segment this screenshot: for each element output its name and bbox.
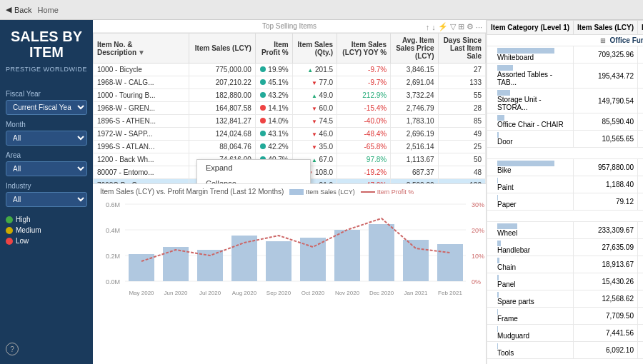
cell-avg-price: 2,516.14 [391,141,438,153]
funnel-icon[interactable]: ▽ [450,22,456,31]
right-col2[interactable]: Item Sales (LCY) [574,21,638,35]
item-sales: 7,709.50 [574,308,638,325]
list-item[interactable]: Paper 79.12 20.5% [487,193,644,211]
svg-text:Sep 2020: Sep 2020 [266,290,291,296]
item-name: Paint [487,176,574,193]
category-header[interactable]: ⊞ Retail [487,148,644,159]
item-sales: 18,913.67 [574,256,638,273]
chart-legend-sales: Item Sales (LCY) [289,188,355,196]
table-row[interactable]: 1968-W - CALG... 207,210.22 45.1% ▼ 77.0… [94,76,486,89]
item-profit: 31.9% [637,89,643,113]
svg-text:0.4M: 0.4M [106,227,120,234]
list-item[interactable]: Mudguard 7,441.56 24.6% [487,325,644,342]
list-item[interactable]: Door 10,565.65 5.1% [487,131,644,148]
svg-text:30%: 30% [472,201,484,208]
item-profit: 24.4% [637,159,643,176]
list-item[interactable]: Assorted Tables - TAB... 195,434.72 16.8… [487,64,644,89]
list-item[interactable]: Spare parts 12,568.62 8.5% [487,290,644,308]
table-row[interactable]: 1968-W - GREN... 164,807.58 14.1% ▼ 60.0… [94,102,486,115]
cell-qty: ▼ 77.0 [292,76,337,89]
list-item[interactable]: Paint 1,188.40 16.3% [487,176,644,193]
table-row[interactable]: 1000 - Bicycle 775,000.00 19.9% ▲ 201.5 … [94,64,486,76]
table-row[interactable]: 1972-W - SAPP... 124,024.68 43.1% ▼ 46.0… [94,128,486,141]
svg-text:Dec 2020: Dec 2020 [369,290,394,296]
chart-svg: 0.6M 0.4M 0.2M 0.0M 30% 20% 10% 0% [100,198,486,305]
copy-icon[interactable]: ⊞ [458,22,464,31]
back-button[interactable]: ◀ Back [6,5,31,14]
list-item[interactable]: Tools 6,092.10 0.7% [487,342,644,359]
list-item[interactable]: Storage Unit - STORA... 149,790.54 31.9% [487,89,644,113]
item-sales: 195,434.72 [574,64,638,89]
item-profit: 0.7% [637,342,643,359]
cell-yoy: -9.7% [337,64,391,76]
category-header[interactable]: ⊞ Hardware [487,359,644,365]
cell-days: 85 [438,115,485,128]
col-yoy[interactable]: Item Sales(LCY) YOY % [337,34,391,64]
month-select[interactable]: All [6,131,87,146]
item-name: Spare parts [487,290,574,308]
svg-text:0.0M: 0.0M [106,278,120,285]
more-icon[interactable]: ··· [476,23,482,31]
industry-select[interactable]: All [6,192,87,207]
cell-avg-price: 2,746.79 [391,102,438,115]
area-select[interactable]: All [6,161,87,176]
cell-profit: 45.1% [255,76,292,89]
fiscal-year-select[interactable]: Current Fiscal Year [6,100,87,115]
col-item[interactable]: Item No. &Description▼ [94,34,189,64]
item-name: Storage Unit - STORA... [487,89,574,113]
table-row[interactable]: 1000 - Touring B... 182,880.00 43.2% ▲ 4… [94,89,486,102]
list-item[interactable]: Bike 957,880.00 24.4% [487,159,644,176]
cell-days: 133 [438,76,485,89]
legend-low: Low [6,237,87,245]
category-header[interactable]: ⊞ Office Furniture - FU... [487,35,644,46]
item-sales: 233,309.67 [574,222,638,239]
cell-days: 28 [438,102,485,115]
cell-yoy: -15.4% [337,102,391,115]
cell-avg-price: 1,783.10 [391,115,438,128]
svg-text:Aug 2020: Aug 2020 [232,290,257,296]
list-item[interactable]: Wheel 233,309.67 26.8% [487,222,644,239]
home-link[interactable]: Home [37,6,58,14]
category-header[interactable]: ⊞ Parts [487,211,644,222]
chart-legend-profit: Item Profit % [361,188,414,196]
item-name: Paper [487,193,574,211]
item-sales: 15,430.26 [574,273,638,290]
cell-qty: ▼ 46.0 [292,128,337,141]
cell-yoy: -9.7% [337,76,391,89]
sort-asc-icon[interactable]: ↑ [426,23,430,31]
settings-icon[interactable]: ⚙ [467,22,474,31]
item-profit: 8.4% [637,113,643,131]
menu-collapse[interactable]: Collapse [197,176,310,184]
col-avg-price[interactable]: Avg. ItemSales Price(LCY) [391,34,438,64]
filter-icon[interactable]: ⚡ [438,22,448,31]
cell-avg-price: 687.37 [391,166,438,179]
menu-expand[interactable]: Expand [197,160,310,176]
col-days[interactable]: Days SinceLast ItemSale [438,34,485,64]
table-row[interactable]: 1896-S - ATHEN... 132,841.27 14.0% ▼ 74.… [94,115,486,128]
col-qty[interactable]: Item Sales(Qty.) [292,34,337,64]
back-arrow-icon: ◀ [6,5,11,14]
list-item[interactable]: Panel 15,430.26 36.8% [487,273,644,290]
list-item[interactable]: Office Chair - CHAIR 85,590.40 8.4% [487,113,644,131]
item-name: Chain [487,256,574,273]
col-sales[interactable]: Item Sales (LCY) [189,34,256,64]
col-profit[interactable]: ItemProfit % [255,34,292,64]
right-col1[interactable]: Item Category (Level 1) [487,21,574,35]
help-icon[interactable]: ? [6,343,19,355]
table-row[interactable]: 1996-S - ATLAN... 88,064.76 42.2% ▼ 35.0… [94,141,486,153]
sidebar: SALES BY ITEM PRESTIGE WORLDWIDE Fiscal … [0,20,93,364]
item-profit: 36.2% [637,46,643,64]
list-item[interactable]: Whiteboard 709,325.96 36.2% [487,46,644,64]
fiscal-year-label: Fiscal Year [6,90,87,98]
sort-desc-icon[interactable]: ↓ [432,23,436,31]
context-menu: Expand Collapse Drill down Show as a tab… [196,159,311,184]
high-dot [6,216,13,223]
list-item[interactable]: Chain 18,913.67 13.0% [487,256,644,273]
cell-item: 1200 - Back Wh... [94,153,189,166]
right-col3[interactable]: Item Profit % [637,21,643,35]
list-item[interactable]: Handlebar 27,635.09 26.8% [487,239,644,256]
right-panel: Item Category (Level 1) Item Sales (LCY)… [486,20,643,364]
list-item[interactable]: Frame 7,709.50 25.4% [487,308,644,325]
industry-label: Industry [6,182,87,190]
svg-text:0%: 0% [472,278,481,285]
